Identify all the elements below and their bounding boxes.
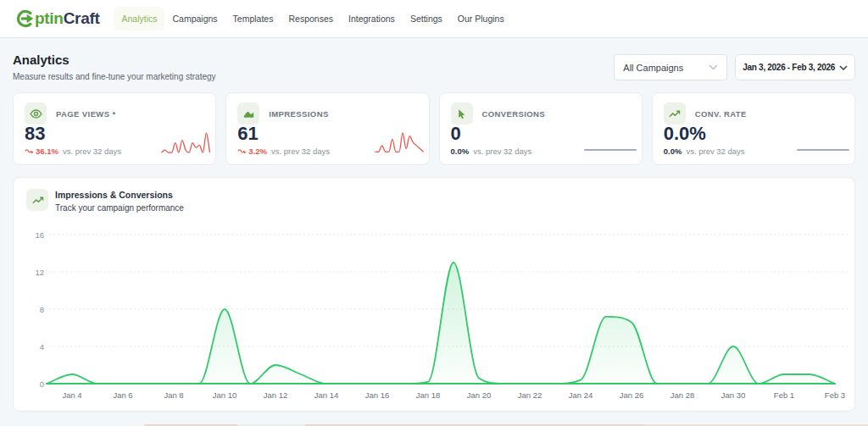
stat-compare: vs. prev 32 days xyxy=(686,147,744,156)
stat-delta-row: 0.0% vs. prev 32 days xyxy=(451,147,631,156)
nav-item-templates[interactable]: Templates xyxy=(225,7,281,30)
nav-item-analytics[interactable]: Analytics xyxy=(114,7,164,30)
stat-label: IMPRESSIONS xyxy=(269,109,328,119)
sparkline-flat xyxy=(584,149,637,151)
sparkline-impressions xyxy=(375,130,424,156)
stat-card-conversions: CONVERSIONS 0 0.0% vs. prev 32 days xyxy=(439,92,643,165)
stat-delta: 3.2% xyxy=(248,147,267,156)
stat-delta: 36.1% xyxy=(36,147,58,156)
svg-text:4: 4 xyxy=(40,342,44,351)
svg-text:Jan 10: Jan 10 xyxy=(213,390,237,400)
stat-card-page-views: PAGE VIEWS * 83 36.1% vs. prev 32 days xyxy=(13,92,216,165)
cursor-click-icon xyxy=(451,102,473,124)
nav-item-campaigns[interactable]: Campaigns xyxy=(164,7,225,30)
brand-name-prefix: ptin xyxy=(35,9,64,28)
svg-text:Feb 3: Feb 3 xyxy=(825,390,845,400)
chevron-down-icon xyxy=(709,64,718,70)
stat-card-conv-rate: CONV. RATE 0.0% 0.0% vs. prev 32 days xyxy=(652,92,855,165)
svg-text:Jan 30: Jan 30 xyxy=(721,390,746,400)
campaign-select[interactable]: All Campaigns xyxy=(614,54,727,80)
campaign-select-value: All Campaigns xyxy=(623,63,683,73)
svg-text:Jan 26: Jan 26 xyxy=(620,390,644,400)
page-header: Analytics Measure results and fine-tune … xyxy=(0,38,868,92)
stat-delta-row: 0.0% vs. prev 32 days xyxy=(664,147,843,156)
impressions-conversions-chart: 0481216Jan 4Jan 6Jan 8Jan 10Jan 12Jan 14… xyxy=(14,219,854,407)
stat-label: CONVERSIONS xyxy=(482,109,546,119)
svg-text:Jan 24: Jan 24 xyxy=(569,390,593,400)
svg-text:Jan 18: Jan 18 xyxy=(416,390,441,400)
svg-text:Jan 8: Jan 8 xyxy=(164,390,183,400)
svg-text:Jan 16: Jan 16 xyxy=(365,390,390,400)
svg-text:Jan 22: Jan 22 xyxy=(518,390,542,400)
stat-value: 0 xyxy=(451,124,631,143)
delta-down-icon: 3.2% xyxy=(237,147,267,156)
sparkline-page-views xyxy=(161,130,210,156)
brand-logo[interactable]: ptinCraft xyxy=(15,9,99,28)
impressions-conversions-card: Impressions & Conversions Track your cam… xyxy=(13,177,855,412)
svg-text:Jan 14: Jan 14 xyxy=(314,390,339,400)
sparkline-flat xyxy=(797,149,849,151)
brand-name-suffix: Craft xyxy=(64,9,100,28)
area-chart-icon xyxy=(237,102,259,124)
stat-compare: vs. prev 32 days xyxy=(63,147,121,156)
svg-text:Jan 28: Jan 28 xyxy=(670,390,695,400)
nav-item-integrations[interactable]: Integrations xyxy=(341,7,403,30)
svg-text:16: 16 xyxy=(35,230,44,240)
delta-down-icon: 36.1% xyxy=(25,147,58,156)
svg-text:12: 12 xyxy=(35,268,44,277)
svg-text:Jan 20: Jan 20 xyxy=(467,390,492,400)
main-nav: Analytics Campaigns Templates Responses … xyxy=(114,7,511,30)
svg-text:Jan 12: Jan 12 xyxy=(264,390,288,400)
page-title: Analytics xyxy=(13,53,216,67)
stat-label: PAGE VIEWS * xyxy=(56,109,116,119)
svg-text:0: 0 xyxy=(40,379,44,389)
nav-item-responses[interactable]: Responses xyxy=(281,7,341,30)
eye-icon xyxy=(25,102,47,124)
svg-text:Feb 1: Feb 1 xyxy=(774,390,794,400)
stat-label: CONV. RATE xyxy=(695,109,747,119)
logo-g-icon xyxy=(15,9,34,28)
svg-text:Jan 4: Jan 4 xyxy=(62,390,81,400)
top-bar: ptinCraft Analytics Campaigns Templates … xyxy=(0,0,868,38)
page-subtitle: Measure results and fine-tune your marke… xyxy=(13,72,216,81)
stat-compare: vs. prev 32 days xyxy=(271,147,330,156)
date-range-picker[interactable]: Jan 3, 2026 - Feb 3, 2026 xyxy=(735,54,855,80)
nav-item-settings[interactable]: Settings xyxy=(403,7,450,30)
stats-row: PAGE VIEWS * 83 36.1% vs. prev 32 days I… xyxy=(0,92,868,165)
date-range-value: Jan 3, 2026 - Feb 3, 2026 xyxy=(743,63,835,72)
stat-card-impressions: IMPRESSIONS 61 3.2% vs. prev 32 days xyxy=(225,92,429,165)
chart-subtitle: Track your campaign performance xyxy=(55,203,184,213)
chevron-down-icon xyxy=(839,65,848,70)
chart-title: Impressions & Conversions xyxy=(55,190,184,201)
nav-item-our-plugins[interactable]: Our Plugins xyxy=(450,7,512,30)
trend-up-icon xyxy=(664,102,686,124)
stat-delta: 0.0% xyxy=(451,147,470,156)
stat-value: 0.0% xyxy=(664,124,843,143)
svg-text:8: 8 xyxy=(40,305,44,314)
svg-text:Jan 6: Jan 6 xyxy=(113,390,132,400)
line-chart-icon xyxy=(26,189,48,211)
stat-compare: vs. prev 32 days xyxy=(473,147,531,156)
stat-delta: 0.0% xyxy=(664,147,682,156)
